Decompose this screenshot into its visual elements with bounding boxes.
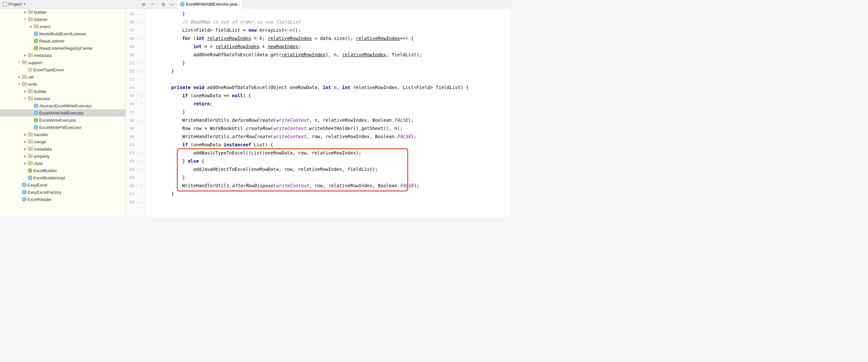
tab-filename: ExcelWriteAddExecutor.java [186, 2, 237, 6]
tree-item-label: util [28, 75, 34, 80]
tree-item-label: ExcelBuilderImpl [33, 175, 65, 180]
line-number: 54 [129, 83, 135, 92]
folder-icon [28, 96, 33, 101]
tree-item-label: write [28, 82, 37, 87]
class-c-icon: C [34, 111, 38, 115]
tree-node-builder[interactable]: builder [0, 88, 125, 95]
java-class-icon: C [180, 2, 185, 6]
project-toolbar: Project ▼ ⊕ ÷ ⚙ — C ExcelWriteAddExecuto… [0, 0, 511, 8]
folder-icon [22, 82, 27, 86]
gutter-mark [137, 108, 146, 116]
tree-item-label: event [40, 24, 50, 29]
class-c-icon: C [22, 190, 27, 194]
tree-node-excelbuilder[interactable]: IExcelBuilder [0, 167, 125, 174]
gutter-mark [137, 173, 146, 182]
tree-arrow-icon[interactable] [24, 10, 27, 14]
tree-node-util[interactable]: util [0, 73, 125, 81]
line-number: 47 [129, 26, 135, 34]
tree-node-property[interactable]: property [0, 152, 125, 160]
tree-node-metadata[interactable]: metadata [0, 52, 125, 59]
tree-arrow-icon[interactable] [24, 97, 27, 100]
folder-icon [28, 53, 33, 57]
tree-arrow-icon[interactable] [24, 133, 27, 136]
class-c-icon: C [34, 31, 38, 36]
tree-item-label: EasyExcel [27, 183, 48, 188]
tree-arrow-icon[interactable] [24, 90, 27, 93]
folder-icon [28, 140, 33, 144]
line-number: 64 [129, 165, 135, 173]
gutter-mark: ⊖ [137, 75, 146, 83]
gutter-mark: ⊖ [137, 59, 146, 67]
class-c-icon: C [34, 104, 38, 108]
tree-arrow-icon[interactable] [18, 61, 21, 64]
tree-arrow-icon[interactable] [24, 18, 27, 21]
tree-arrow-icon[interactable] [29, 25, 33, 28]
tree-item-label: metadata [34, 53, 52, 58]
code-editor[interactable]: 4546474849505152535455565758596061626364… [125, 8, 511, 217]
tree-node-event[interactable]: event [0, 23, 125, 30]
project-label-text: Project [8, 2, 22, 6]
target-icon[interactable]: ⊕ [140, 1, 148, 8]
line-number: 58 [129, 116, 135, 124]
close-icon[interactable]: × [239, 2, 241, 6]
tree-node-excelreader[interactable]: CExcelReader [0, 196, 125, 203]
project-tree[interactable]: builderlistenereventCModelBuildEventList… [0, 8, 125, 217]
class-c-icon: C [22, 197, 27, 202]
tree-arrow-icon[interactable] [24, 147, 27, 150]
tree-item-label: executor [34, 96, 50, 101]
tree-node-executor[interactable]: executor [0, 95, 125, 102]
tree-arrow-icon[interactable] [24, 162, 27, 165]
tree-item-label: ExcelWriteFillExecutor [39, 125, 82, 130]
tree-item-label: ReadListener [39, 38, 64, 44]
tree-node-style[interactable]: style [0, 160, 125, 167]
tree-node-abstractexcelwriteexecutor[interactable]: CAbstractExcelWriteExecutor [0, 102, 125, 109]
minimize-icon[interactable]: — [168, 1, 176, 8]
tree-node-handler[interactable]: handler [0, 131, 125, 138]
tree-node-excelbuilderimpl[interactable]: CExcelBuilderImpl [0, 174, 125, 181]
tree-arrow-icon[interactable] [18, 82, 21, 86]
project-view-selector[interactable]: Project ▼ [0, 2, 28, 6]
tree-arrow-icon[interactable] [18, 75, 21, 79]
collapse-icon[interactable]: ÷ [148, 1, 157, 8]
line-number: 61 [129, 141, 135, 149]
tree-node-exceltypeenum[interactable]: EExcelTypeEnum [0, 66, 125, 73]
class-c-icon: C [34, 125, 38, 130]
tree-node-write[interactable]: write [0, 81, 125, 88]
gear-icon[interactable]: ⚙ [159, 1, 168, 8]
gutter-mark: ⊖ [137, 165, 146, 173]
tree-node-excelwritefillexecutor[interactable]: CExcelWriteFillExecutor [0, 124, 125, 131]
tree-item-label: ExcelBuilder [33, 168, 57, 173]
gutter-mark: ⊖ [137, 100, 146, 108]
tree-item-label: EasyExcelFactory [27, 190, 61, 195]
folder-icon [28, 17, 33, 21]
folder-icon [28, 154, 33, 158]
tree-node-support[interactable]: support [0, 59, 125, 66]
tree-item-label: ExcelWriteExecutor [39, 118, 76, 123]
tree-node-modelbuildeventlistener[interactable]: CModelBuildEventListener [0, 30, 125, 37]
tree-node-readlistener[interactable]: IReadListener [0, 37, 125, 45]
line-number: 55 [129, 92, 135, 100]
folder-icon [34, 25, 39, 28]
tree-node-listener[interactable]: listener [0, 16, 125, 23]
gutter-mark [137, 51, 146, 59]
folder-icon [28, 89, 33, 93]
tree-node-builder[interactable]: builder [0, 8, 125, 16]
tree-node-excelwriteexecutor[interactable]: IExcelWriteExecutor [0, 116, 125, 124]
gutter-mark: ⊖ [137, 198, 146, 206]
gutter-mark: ⊖ [137, 149, 146, 157]
tree-item-label: style [34, 161, 43, 166]
tree-arrow-icon[interactable] [24, 54, 27, 57]
line-number: 65 [129, 173, 135, 182]
editor-tab[interactable]: C ExcelWriteAddExecutor.java × [178, 0, 243, 8]
tree-node-merge[interactable]: merge [0, 138, 125, 145]
tree-arrow-icon[interactable] [24, 140, 27, 143]
gutter-mark [137, 43, 146, 51]
tree-node-readlistenerregistrycenter[interactable]: IReadListenerRegistryCenter [0, 45, 125, 52]
tree-node-excelwriteaddexecutor[interactable]: CExcelWriteAddExecutor [0, 109, 125, 116]
tree-node-easyexcel[interactable]: CEasyExcel [0, 181, 125, 189]
tree-node-metadata[interactable]: metadata [0, 145, 125, 152]
gutter-mark [137, 124, 146, 133]
tree-arrow-icon[interactable] [24, 155, 27, 158]
line-number: 66 [129, 182, 135, 190]
tree-node-easyexcelfactory[interactable]: CEasyExcelFactory [0, 189, 125, 196]
